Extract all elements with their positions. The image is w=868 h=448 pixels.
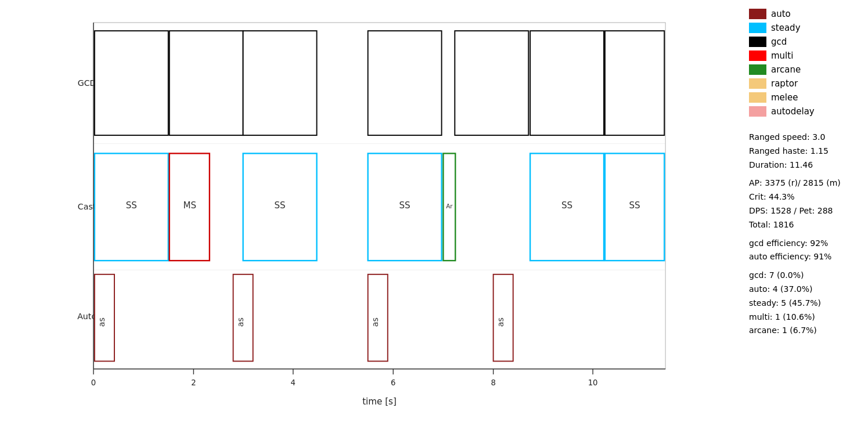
stat-ap: AP: 3375 (r)/ 2815 (m) <box>749 176 862 190</box>
x-tick-4: 4 <box>291 378 296 387</box>
cast-label-ss-2: SS <box>274 200 285 211</box>
legend-color-gcd <box>749 37 766 47</box>
stat-ranged-haste: Ranged haste: 1.15 <box>749 144 862 158</box>
legend-color-autodelay <box>749 106 766 117</box>
legend-color-arcane <box>749 64 766 75</box>
gcd-bar-4 <box>368 31 442 135</box>
legend-item-raptor: raptor <box>749 78 862 89</box>
stat-steady-count: steady: 5 (45.7%) <box>749 297 862 310</box>
stat-total: Total: 1816 <box>749 218 862 232</box>
x-tick-0: 0 <box>91 378 96 387</box>
legend-label-melee: melee <box>771 92 798 103</box>
gcd-bar-6 <box>530 31 604 135</box>
cast-label-ss-1: SS <box>126 200 137 211</box>
x-tick-6: 6 <box>391 378 395 387</box>
legend-color-melee <box>749 92 766 103</box>
stat-multi-count: multi: 1 (10.6%) <box>749 310 862 324</box>
legend-color-steady <box>749 23 766 33</box>
legend-color-auto <box>749 9 766 19</box>
chart-svg: GCD Cast Auto 0 2 4 6 8 10 time [s] <box>46 12 734 407</box>
legend-label-gcd: gcd <box>771 37 787 47</box>
auto-label-4: as <box>496 317 505 327</box>
cast-label-ss-3: SS <box>399 200 410 211</box>
stat-duration: Duration: 11.46 <box>749 158 862 172</box>
cast-label-ms: MS <box>183 200 196 211</box>
stat-gcd-efficiency: gcd efficiency: 92% <box>749 237 862 251</box>
stats-block: Ranged speed: 3.0 Ranged haste: 1.15 Dur… <box>749 131 862 338</box>
legend-item-auto: auto <box>749 9 862 19</box>
legend-color-raptor <box>749 78 766 89</box>
legend-label-arcane: arcane <box>771 64 801 75</box>
legend-item-arcane: arcane <box>749 64 862 75</box>
legend-label-multi: multi <box>771 50 793 61</box>
legend-item-gcd: gcd <box>749 37 862 47</box>
chart-container: GCD Cast Auto 0 2 4 6 8 10 time [s] <box>0 0 868 448</box>
stat-dps: DPS: 1528 / Pet: 288 <box>749 204 862 218</box>
legend-item-autodelay: autodelay <box>749 106 862 117</box>
legend-label-raptor: raptor <box>771 78 798 89</box>
cast-label-arcane: Ar <box>446 203 453 209</box>
legend-label-autodelay: autodelay <box>771 106 815 117</box>
gcd-bar-2 <box>170 31 243 135</box>
legend-label-auto: auto <box>771 9 791 19</box>
x-tick-2: 2 <box>191 378 196 387</box>
x-tick-10: 10 <box>588 378 598 387</box>
gcd-bar-5 <box>455 31 528 135</box>
cast-label-ss-4: SS <box>561 200 572 211</box>
auto-label-2: as <box>236 317 245 327</box>
x-axis-label: time [s] <box>362 396 397 407</box>
auto-label-3: as <box>370 317 380 327</box>
stat-ranged-speed: Ranged speed: 3.0 <box>749 131 862 144</box>
gcd-bar-7 <box>605 31 664 135</box>
chart-area: GCD Cast Auto 0 2 4 6 8 10 time [s] <box>0 0 740 448</box>
stat-gcd-count: gcd: 7 (0.0%) <box>749 269 862 283</box>
stat-auto-efficiency: auto efficiency: 91% <box>749 250 862 264</box>
x-tick-8: 8 <box>491 378 495 387</box>
legend-label-steady: steady <box>771 23 801 33</box>
legend-area: auto steady gcd multi arcane raptor mele… <box>740 0 868 448</box>
stat-auto-count: auto: 4 (37.0%) <box>749 283 862 297</box>
cast-label-ss-5: SS <box>629 200 640 211</box>
gcd-bar-3 <box>243 31 317 135</box>
legend-item-multi: multi <box>749 50 862 61</box>
gcd-bar-1 <box>95 31 168 135</box>
legend-item-steady: steady <box>749 23 862 33</box>
auto-label-1: as <box>97 317 106 327</box>
stat-arcane-count: arcane: 1 (6.7%) <box>749 324 862 338</box>
stat-crit: Crit: 44.3% <box>749 190 862 204</box>
legend-color-multi <box>749 50 766 61</box>
legend-item-melee: melee <box>749 92 862 103</box>
